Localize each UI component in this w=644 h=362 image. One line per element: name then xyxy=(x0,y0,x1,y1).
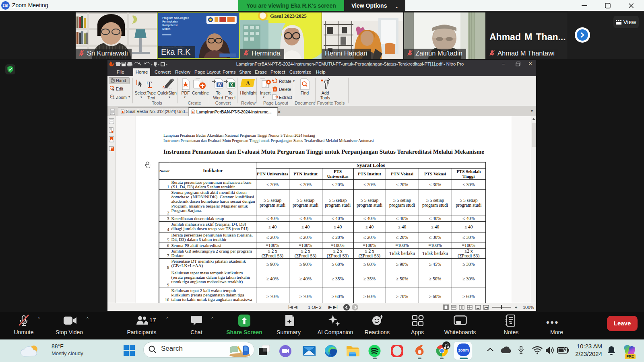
svg-text:zoom: zoom xyxy=(458,348,469,352)
svg-text:Program Non-Degree: Program Non-Degree xyxy=(162,16,189,20)
svg-text:Dosen: Dosen xyxy=(162,27,170,30)
svg-text:A: A xyxy=(246,80,250,86)
svg-text:Kompetensi: Kompetensi xyxy=(162,24,178,27)
svg-text:Peningkatan: Peningkatan xyxy=(162,20,178,23)
svg-text:W: W xyxy=(218,83,222,87)
svg-text:x: x xyxy=(163,84,165,88)
svg-text:X: X xyxy=(230,83,233,87)
svg-text:Gasal 2023/2025: Gasal 2023/2025 xyxy=(270,13,307,19)
